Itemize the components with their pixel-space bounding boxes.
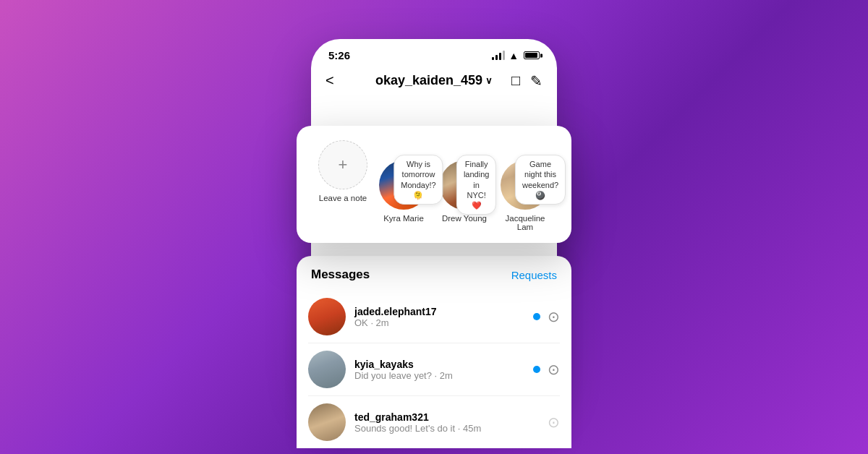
messages-section: Messages Requests jaded.elephant17 OK · … xyxy=(297,256,571,448)
add-note-avatar[interactable]: + xyxy=(318,140,367,189)
unread-indicator-jaded xyxy=(533,313,540,320)
video-camera-icon[interactable]: □ xyxy=(511,72,520,89)
camera-icon-kyia[interactable]: ⊙ xyxy=(548,361,560,378)
message-right-jaded: ⊙ xyxy=(533,308,560,325)
status-icons: ▲ xyxy=(492,50,540,61)
chevron-down-icon: ∨ xyxy=(485,75,493,86)
message-preview-kyia: Did you leave yet? · 2m xyxy=(354,370,524,381)
message-info-jaded: jaded.elephant17 OK · 2m xyxy=(354,306,524,328)
story-item-kyra-marie[interactable]: Why is tomorrow Monday!? 🫠 Kyra Marie xyxy=(378,160,430,223)
message-item-ted[interactable]: ted_graham321 Sounds good! Let's do it ·… xyxy=(297,396,571,448)
message-avatar-kyia xyxy=(308,351,346,388)
story-label-leave-note: Leave a note xyxy=(319,194,367,202)
message-username-jaded: jaded.elephant17 xyxy=(354,306,524,317)
message-item-jaded-elephant[interactable]: jaded.elephant17 OK · 2m ⊙ xyxy=(297,291,571,343)
story-item-leave-note[interactable]: + Leave a note xyxy=(317,140,369,202)
story-note-jacqueline: Game night this weekend? 🎱 xyxy=(515,155,566,205)
message-info-kyia: kyia_kayaks Did you leave yet? · 2m xyxy=(354,359,524,381)
message-right-ted: ⊙ xyxy=(548,414,560,431)
header-action-icons: □ ✎ xyxy=(511,72,542,90)
messages-header: Messages Requests xyxy=(297,267,571,291)
wifi-icon: ▲ xyxy=(509,50,519,61)
message-avatar-jaded xyxy=(308,298,346,335)
stories-row: + Leave a note Why is tomorrow Monday!? … xyxy=(308,140,560,231)
camera-icon-ted[interactable]: ⊙ xyxy=(548,414,560,431)
story-note-kyra: Why is tomorrow Monday!? 🫠 xyxy=(393,155,443,205)
message-info-ted: ted_graham321 Sounds good! Let's do it ·… xyxy=(354,411,539,434)
dm-header: < okay_kaiden_459 ∨ □ ✎ xyxy=(311,67,557,97)
story-item-drew-young[interactable]: Finally landing in NYC! ❤️ Drew Young xyxy=(438,160,490,223)
username-area[interactable]: okay_kaiden_459 ∨ xyxy=(375,73,493,88)
unread-indicator-kyia xyxy=(533,366,540,373)
message-username-ted: ted_graham321 xyxy=(354,411,539,423)
story-label-drew: Drew Young xyxy=(442,214,487,223)
stories-notes-card: + Leave a note Why is tomorrow Monday!? … xyxy=(297,126,571,243)
status-time: 5:26 xyxy=(328,49,350,61)
signal-icon xyxy=(492,51,505,60)
message-item-kyia[interactable]: kyia_kayaks Did you leave yet? · 2m ⊙ xyxy=(297,343,571,395)
message-preview-jaded: OK · 2m xyxy=(354,317,524,328)
dm-username: okay_kaiden_459 xyxy=(375,73,482,88)
message-right-kyia: ⊙ xyxy=(533,361,560,378)
battery-icon xyxy=(524,51,540,59)
message-avatar-ted xyxy=(308,403,346,441)
story-note-drew: Finally landing in NYC! ❤️ xyxy=(456,155,496,215)
message-username-kyia: kyia_kayaks xyxy=(354,359,524,370)
camera-icon-jaded[interactable]: ⊙ xyxy=(548,308,560,325)
messages-title: Messages xyxy=(311,267,370,282)
story-label-kyra: Kyra Marie xyxy=(383,214,424,223)
phone-mockup: 5:26 ▲ < okay_kaiden_459 ∨ xyxy=(300,39,568,415)
plus-icon: + xyxy=(339,155,348,174)
message-preview-ted: Sounds good! Let's do it · 45m xyxy=(354,423,539,434)
story-label-jacqueline: Jacqueline Lam xyxy=(499,214,551,231)
requests-link[interactable]: Requests xyxy=(511,269,557,281)
edit-icon[interactable]: ✎ xyxy=(530,72,542,90)
status-bar: 5:26 ▲ xyxy=(311,39,557,67)
story-item-jacqueline[interactable]: Game night this weekend? 🎱 Jacqueline La… xyxy=(499,160,551,231)
back-button[interactable]: < xyxy=(326,72,334,89)
